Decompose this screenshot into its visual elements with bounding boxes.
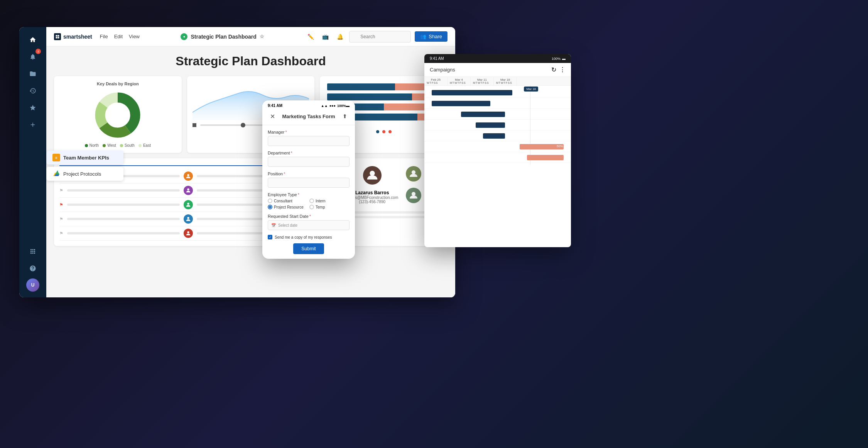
present-icon[interactable]: 📺	[320, 31, 331, 42]
gantt-status-icons: 100% ▬	[552, 57, 566, 61]
progress-label: 50%	[557, 144, 563, 148]
mobile-form-header: ✕ Marketing Tasks Form ⬆	[262, 109, 355, 125]
doc-title-text: Strategic Plan Dashboard	[191, 34, 256, 40]
gantt-row-5	[424, 131, 571, 141]
date-input[interactable]: 📅 Select date	[268, 220, 350, 230]
app-name: smartsheet	[63, 34, 92, 40]
mobile-status-icons: ▲▲ ●●● 100%▬	[321, 104, 350, 108]
sidebar-item-favorites[interactable]	[26, 101, 40, 115]
start-date-field: Requested Start Date * 📅 Select date	[268, 214, 350, 230]
contact-phone: (123)-456-7890	[359, 200, 385, 204]
search-wrapper: 🔍	[349, 31, 411, 42]
copy-checkbox[interactable]: ✓	[268, 235, 272, 239]
legend-south: South	[120, 143, 135, 148]
required-star-emp: *	[298, 192, 299, 197]
position-input[interactable]	[268, 178, 350, 188]
required-star-date: *	[309, 214, 311, 219]
sidebar-item-help[interactable]	[26, 261, 40, 275]
mobile-share-button[interactable]: ⬆	[340, 112, 350, 121]
row-avatar-2	[184, 186, 193, 195]
radio-temp-circle[interactable]	[309, 205, 314, 209]
legend-north: North	[85, 143, 99, 148]
svg-point-5	[187, 174, 189, 176]
dropdown-team-kpis[interactable]: ≡ Team Member KPIs	[46, 151, 123, 165]
user-avatar[interactable]: U	[26, 278, 39, 292]
star-icon: ☆	[260, 34, 264, 39]
dropdown-team-kpis-label: Team Member KPIs	[63, 155, 109, 161]
mobile-form-title: Marketing Tasks Form	[282, 114, 335, 119]
donut-chart-widget: Key Deals by Region	[54, 76, 182, 153]
gantt-status-bar: 9:41 AM 100% ▬	[424, 54, 571, 63]
sidebar-item-notifications[interactable]: 3	[26, 50, 40, 64]
radio-project-resource-circle[interactable]	[268, 205, 272, 209]
submit-button[interactable]: Submit	[293, 243, 324, 254]
sidebar-item-folders[interactable]	[26, 67, 40, 81]
department-input[interactable]	[268, 157, 350, 167]
contact-name: Lazarus Barros	[355, 190, 389, 195]
topbar-actions: ✏️ 📺 🔔 🔍 👥 Share	[305, 31, 448, 42]
svg-point-7	[187, 203, 189, 205]
sidebar-item-add[interactable]	[26, 118, 40, 132]
contact-avatar-primary	[363, 166, 382, 185]
logo-icon	[54, 33, 61, 40]
gantt-row-2	[424, 98, 571, 109]
sidebar-item-recent[interactable]	[26, 84, 40, 98]
radio-intern[interactable]: Intern	[309, 199, 350, 203]
gantt-refresh-icon[interactable]: ↻	[551, 66, 556, 73]
edit-icon[interactable]: ✏️	[305, 31, 316, 42]
svg-point-10	[370, 171, 375, 176]
legend-east: East	[138, 143, 151, 148]
required-star-dept: *	[290, 151, 292, 155]
donut-legend: North West South	[85, 143, 151, 148]
row-avatar-3	[184, 200, 193, 209]
position-field: Position *	[268, 171, 350, 188]
contact-avatar-2	[406, 166, 421, 182]
manager-field: Manager *	[268, 130, 350, 146]
sidebar-item-apps[interactable]	[26, 244, 40, 258]
svg-point-4	[106, 103, 130, 127]
gantt-row-1	[424, 87, 571, 98]
menu-file[interactable]: File	[100, 34, 108, 39]
svg-point-11	[412, 170, 415, 174]
mobile-time: 9:41 AM	[268, 104, 282, 108]
sidebar-dropdown: ≡ Team Member KPIs Project Protocols	[46, 151, 123, 183]
mobile-close-button[interactable]: ✕	[268, 112, 277, 121]
svg-point-8	[187, 217, 189, 219]
slider-thumb-left[interactable]	[241, 123, 245, 127]
manager-input[interactable]	[268, 136, 350, 146]
calendar-icon: 📅	[271, 223, 276, 227]
search-input[interactable]	[349, 31, 411, 42]
gantt-row-7	[424, 152, 571, 163]
donut-chart-svg	[93, 90, 143, 140]
department-label: Department *	[268, 151, 350, 155]
gantt-overlay: 9:41 AM 100% ▬ Campaigns ↻ ⋮ Feb 25 WTFS…	[424, 54, 571, 247]
gantt-week-3: Mar 11 MTWTFSS	[471, 77, 494, 85]
menu-view[interactable]: View	[129, 34, 140, 39]
share-button[interactable]: 👥 Share	[415, 31, 448, 42]
copy-checkbox-row: ✓ Send me a copy of my responses	[268, 235, 350, 239]
required-star-pos: *	[284, 171, 285, 176]
gantt-row-4	[424, 120, 571, 131]
radio-consultant[interactable]: Consultant	[268, 199, 308, 203]
mobile-form-body: Manager * Department * Position * Employ…	[262, 125, 355, 259]
radio-project-resource[interactable]: Project Resource	[268, 205, 308, 209]
gantt-more-icon[interactable]: ⋮	[559, 66, 566, 73]
browser-window: 3 U	[19, 27, 455, 297]
gantt-header: Campaigns ↻ ⋮	[424, 63, 571, 77]
radio-consultant-circle[interactable]	[268, 199, 272, 203]
share-label: Share	[429, 34, 442, 39]
radio-intern-circle[interactable]	[309, 199, 314, 203]
radio-project-resource-label: Project Resource	[274, 205, 304, 209]
radio-temp[interactable]: Temp	[309, 205, 350, 209]
legend-west-label: West	[107, 143, 116, 148]
menu-edit[interactable]: Edit	[114, 34, 123, 39]
start-date-label: Requested Start Date *	[268, 214, 350, 219]
doc-icon: ●	[181, 33, 187, 40]
dropdown-project-protocols[interactable]: Project Protocols	[46, 167, 123, 181]
legend-north-label: North	[90, 143, 99, 148]
sidebar-item-home[interactable]	[26, 33, 40, 47]
app-logo: smartsheet	[54, 33, 92, 40]
date-placeholder: Select date	[278, 223, 297, 227]
gantt-row-6: 50%	[424, 141, 571, 152]
notification-icon[interactable]: 🔔	[334, 31, 345, 42]
